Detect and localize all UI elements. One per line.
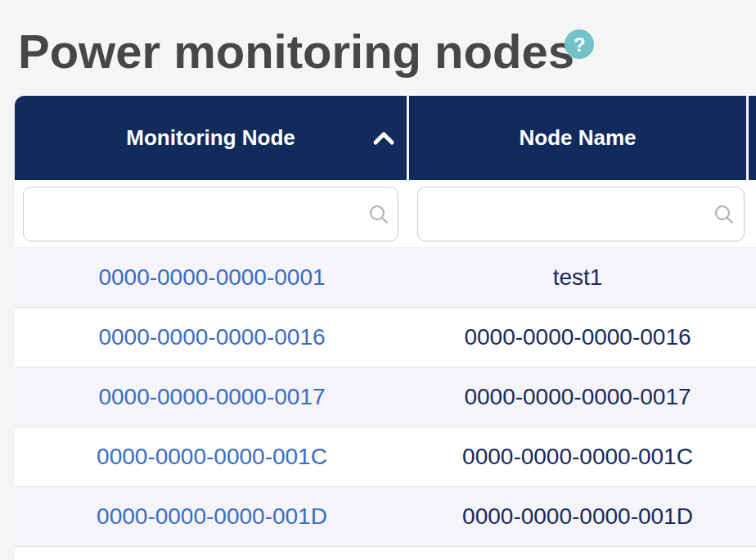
monitoring-node-link[interactable]: 0000-0000-0000-0017	[98, 384, 325, 409]
monitoring-node-link[interactable]: 0000-0000-0000-0016	[98, 324, 325, 350]
monitoring-node-link[interactable]: 0000-0000-0000-0001	[98, 264, 325, 290]
column-header-partial	[749, 96, 756, 180]
table-row	[15, 547, 756, 560]
monitoring-node-cell: 0000-0000-0000-0016	[15, 324, 409, 350]
monitoring-node-link[interactable]: 0000-0000-0000-001C	[97, 444, 327, 469]
table-header-row: Monitoring Node Node Name	[15, 96, 756, 180]
help-icon[interactable]: ?	[565, 29, 594, 59]
power-monitoring-nodes-table: Monitoring Node Node Name 0000-0000-0000…	[15, 96, 756, 560]
page-header: Power monitoring nodes ?	[18, 25, 738, 90]
table-row: 0000-0000-0000-0001 test1	[15, 248, 756, 308]
monitoring-node-cell: 0000-0000-0000-0017	[15, 384, 409, 410]
filter-input-node-name[interactable]	[417, 187, 745, 242]
table-row: 0000-0000-0000-001D 0000-0000-0000-001D	[15, 487, 756, 547]
monitoring-node-cell: 0000-0000-0000-0001	[15, 264, 409, 291]
node-name-cell: 0000-0000-0000-0016	[409, 324, 746, 350]
node-name-cell: 0000-0000-0000-001C	[409, 444, 746, 470]
node-name-cell: 0000-0000-0000-001D	[409, 504, 746, 530]
table-filter-row	[15, 180, 756, 247]
node-name-cell: 0000-0000-0000-0017	[409, 384, 746, 410]
monitoring-node-link[interactable]: 0000-0000-0000-001D	[97, 504, 327, 529]
table-row: 0000-0000-0000-0017 0000-0000-0000-0017	[15, 368, 756, 427]
column-header-node-name[interactable]: Node Name	[409, 96, 746, 180]
column-header-monitoring-node[interactable]: Monitoring Node	[15, 96, 407, 180]
chevron-up-icon	[372, 129, 395, 147]
page-title: Power monitoring nodes	[18, 25, 574, 79]
monitoring-node-cell: 0000-0000-0000-001D	[15, 504, 409, 530]
node-name-cell: test1	[409, 264, 746, 291]
table-row: 0000-0000-0000-001C 0000-0000-0000-001C	[15, 427, 756, 487]
table-row: 0000-0000-0000-0016 0000-0000-0000-0016	[15, 308, 756, 368]
column-header-label: Monitoring Node	[126, 125, 295, 151]
monitoring-node-cell: 0000-0000-0000-001C	[15, 444, 409, 470]
filter-input-monitoring-node[interactable]	[23, 187, 398, 242]
table-body: 0000-0000-0000-0001 test1 0000-0000-0000…	[15, 247, 756, 560]
column-header-label: Node Name	[519, 125, 636, 151]
